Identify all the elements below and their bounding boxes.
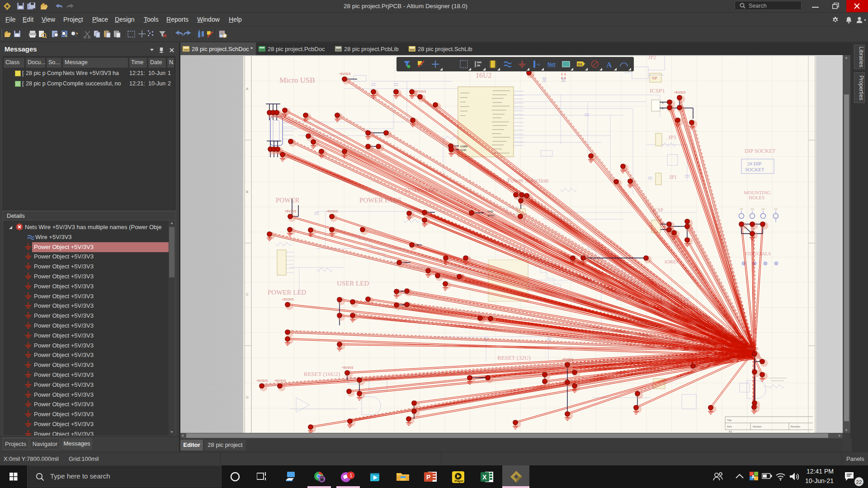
svg-text:+5V/3V3: +5V/3V3 xyxy=(415,90,426,93)
svg-text:D1: D1 xyxy=(578,62,583,66)
svg-text:RESET (32U): RESET (32U) xyxy=(497,354,531,361)
svg-text:Revision: Revision xyxy=(791,425,800,428)
svg-text:A: A xyxy=(606,61,612,69)
svg-text:Size: Size xyxy=(727,425,732,428)
svg-text:+5V/3V3: +5V/3V3 xyxy=(282,298,294,301)
svg-text:POWER LED: POWER LED xyxy=(268,289,307,296)
svg-text:USB8: USB8 xyxy=(460,145,467,148)
svg-text:X: X xyxy=(482,474,487,481)
svg-text:Net: Net xyxy=(547,61,556,67)
svg-text:16U2: 16U2 xyxy=(476,71,492,79)
svg-text:IOREF: IOREF xyxy=(665,259,679,264)
svg-text:+5V/3V3: +5V/3V3 xyxy=(562,358,574,361)
svg-text:Number: Number xyxy=(753,425,762,428)
svg-text:NP: NP xyxy=(652,76,657,80)
svg-text:RESET (16U2): RESET (16U2) xyxy=(304,371,340,377)
svg-text:USER LED: USER LED xyxy=(337,280,369,287)
svg-text:ICSP: ICSP xyxy=(653,207,663,212)
svg-text:+5V/3V3: +5V/3V3 xyxy=(274,379,286,382)
svg-text:ICSP1: ICSP1 xyxy=(650,87,665,94)
svg-text:1: 1 xyxy=(350,473,353,478)
svg-text:2# DIP: 2# DIP xyxy=(747,161,761,166)
svg-text:FIDUCIALS: FIDUCIALS xyxy=(745,251,771,256)
svg-text:GND: GND xyxy=(487,210,494,213)
svg-text:+5V/3V3: +5V/3V3 xyxy=(674,91,686,94)
svg-text:HOLES: HOLES xyxy=(749,195,764,200)
svg-text:JP1: JP1 xyxy=(669,174,677,180)
svg-text:+5V/3V3: +5V/3V3 xyxy=(747,347,759,350)
svg-text:+5V/3V3: +5V/3V3 xyxy=(342,366,354,369)
svg-text:P: P xyxy=(426,474,430,481)
svg-text:JP2: JP2 xyxy=(648,55,656,61)
svg-text:-in: -in xyxy=(536,62,540,66)
svg-text:+5V/3V3: +5V/3V3 xyxy=(256,379,268,382)
svg-text:Title: Title xyxy=(727,419,731,422)
svg-text:A: A xyxy=(751,474,755,479)
svg-text:SOCKET: SOCKET xyxy=(745,167,764,172)
svg-text:A2: A2 xyxy=(729,430,732,433)
svg-text:EPAD: EPAD xyxy=(487,214,495,217)
svg-text:Player: Player xyxy=(455,479,464,483)
svg-text:JP3: JP3 xyxy=(668,134,676,141)
svg-text:Micro USB: Micro USB xyxy=(279,76,315,84)
svg-text:POWER: POWER xyxy=(276,197,300,204)
svg-text:+5V/3V3: +5V/3V3 xyxy=(339,72,351,75)
svg-text:C: C xyxy=(246,292,249,296)
svg-text:+5V/3V3: +5V/3V3 xyxy=(326,210,338,213)
svg-text:22: 22 xyxy=(856,479,862,485)
svg-text:D: D xyxy=(246,395,249,399)
svg-text:A: A xyxy=(246,87,249,91)
svg-text:GND: GND xyxy=(460,149,467,151)
svg-text:B: B xyxy=(246,190,248,194)
svg-text:DIP SOCKET: DIP SOCKET xyxy=(745,148,776,154)
svg-text:+5V/3V3: +5V/3V3 xyxy=(285,210,297,213)
